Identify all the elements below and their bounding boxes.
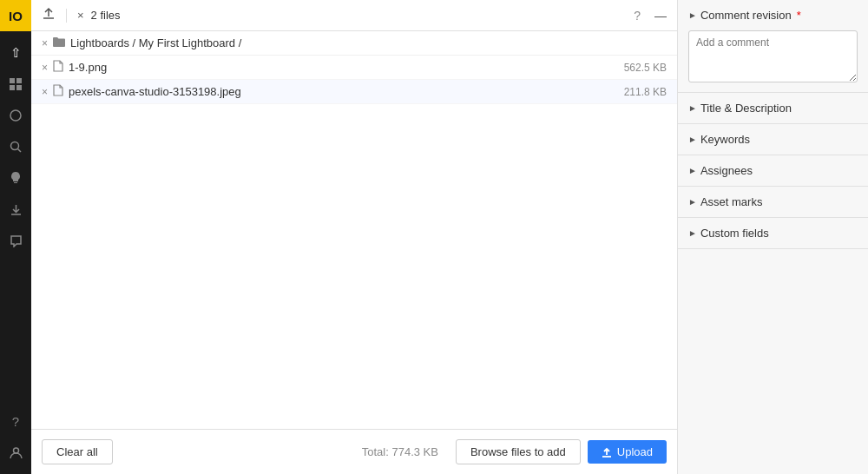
folder-path: Lightboards / My First Lightboard / <box>70 36 667 49</box>
custom-fields-section-header[interactable]: ► Custom fields <box>678 218 868 248</box>
svg-line-6 <box>17 148 21 152</box>
svg-point-8 <box>13 448 18 453</box>
assignees-section-title: Assignees <box>700 164 753 177</box>
file-row: × 1-9.png 562.5 KB <box>31 56 677 80</box>
upload-button[interactable]: Upload <box>588 440 667 464</box>
topbar-divider <box>66 9 67 23</box>
folder-icon <box>53 36 65 49</box>
file1-name: 1-9.png <box>69 61 619 74</box>
keywords-section-header[interactable]: ► Keywords <box>678 124 868 155</box>
title-section: ► Title & Description <box>678 93 868 124</box>
file-row: × pexels-canva-studio-3153198.jpeg 211.8… <box>31 80 677 104</box>
sidebar-item-download[interactable] <box>0 194 31 224</box>
assignees-arrow-icon: ► <box>688 166 697 175</box>
svg-rect-3 <box>16 85 22 90</box>
file2-icon <box>53 84 63 99</box>
title-section-title: Title & Description <box>700 102 792 115</box>
comment-section-header[interactable]: ► Comment revision * <box>678 0 868 30</box>
asset-marks-section-header[interactable]: ► Asset marks <box>678 187 868 217</box>
folder-remove-button[interactable]: × <box>42 37 48 49</box>
sidebar-item-search[interactable] <box>0 132 31 161</box>
title-arrow-icon: ► <box>688 103 697 113</box>
clear-all-button[interactable]: Clear all <box>42 439 113 464</box>
asset-marks-section: ► Asset marks <box>678 187 868 218</box>
browse-files-button[interactable]: Browse files to add <box>456 439 581 464</box>
svg-point-5 <box>10 142 18 149</box>
title-section-header[interactable]: ► Title & Description <box>678 93 868 123</box>
assignees-section-header[interactable]: ► Assignees <box>678 155 868 186</box>
file2-size: 211.8 KB <box>624 86 667 98</box>
sidebar-item-lightbulb[interactable] <box>0 163 31 193</box>
main-content: × 2 files ? — × Lightboards / My First L… <box>31 0 677 474</box>
svg-rect-2 <box>10 85 15 90</box>
folder-row: × Lightboards / My First Lightboard / <box>31 31 677 56</box>
file-count-label: 2 files <box>91 9 121 22</box>
comment-required-indicator: * <box>797 9 801 22</box>
comment-arrow-icon: ► <box>688 10 697 20</box>
sidebar-item-user[interactable] <box>0 438 31 467</box>
custom-fields-section: ► Custom fields <box>678 218 868 249</box>
comment-area <box>678 30 868 92</box>
app-logo[interactable]: IO <box>0 0 31 31</box>
minimize-button[interactable]: — <box>654 9 667 23</box>
close-all-button[interactable]: × <box>77 9 84 22</box>
file1-remove-button[interactable]: × <box>42 62 48 74</box>
file2-name: pexels-canva-studio-3153198.jpeg <box>69 85 619 98</box>
file1-size: 562.5 KB <box>624 62 667 74</box>
keywords-section: ► Keywords <box>678 124 868 155</box>
keywords-section-title: Keywords <box>700 133 750 146</box>
custom-fields-section-title: Custom fields <box>700 227 769 240</box>
comment-section: ► Comment revision * <box>678 0 868 93</box>
total-label: Total: 774.3 KB <box>362 445 438 458</box>
upload-icon[interactable] <box>42 7 56 24</box>
sidebar-item-circle[interactable] <box>0 101 31 130</box>
right-panel: ► Comment revision * ► Title & Descripti… <box>677 0 868 474</box>
asset-marks-section-title: Asset marks <box>700 195 763 208</box>
topbar: × 2 files ? — <box>31 0 677 31</box>
comment-section-title: Comment revision <box>700 9 792 22</box>
bottom-bar: Clear all Total: 774.3 KB Browse files t… <box>31 429 677 474</box>
custom-fields-arrow-icon: ► <box>688 228 697 238</box>
sidebar: IO ⇧ ? <box>0 0 31 474</box>
sidebar-item-chat[interactable] <box>0 226 31 255</box>
help-icon[interactable]: ? <box>634 9 641 23</box>
upload-button-label: Upload <box>617 445 653 458</box>
sidebar-item-upload[interactable]: ⇧ <box>0 38 31 68</box>
asset-marks-arrow-icon: ► <box>688 197 697 207</box>
file2-remove-button[interactable]: × <box>42 86 48 98</box>
comment-input[interactable] <box>688 30 858 82</box>
keywords-arrow-icon: ► <box>688 135 697 144</box>
svg-point-4 <box>10 110 21 121</box>
sidebar-item-help[interactable]: ? <box>0 406 31 436</box>
assignees-section: ► Assignees <box>678 155 868 187</box>
sidebar-item-grid[interactable] <box>0 69 31 99</box>
file-list-area: × Lightboards / My First Lightboard / × … <box>31 31 677 429</box>
file1-icon <box>53 60 63 75</box>
svg-rect-0 <box>10 78 15 83</box>
svg-rect-1 <box>16 78 22 83</box>
